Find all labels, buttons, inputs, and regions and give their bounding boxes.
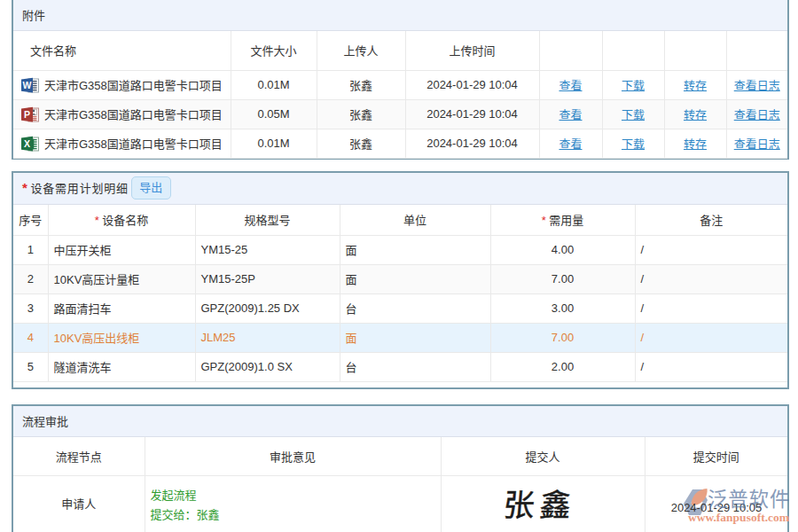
svg-text:X: X: [24, 138, 30, 149]
svg-text:P: P: [24, 109, 30, 120]
svg-text:W: W: [23, 80, 32, 90]
